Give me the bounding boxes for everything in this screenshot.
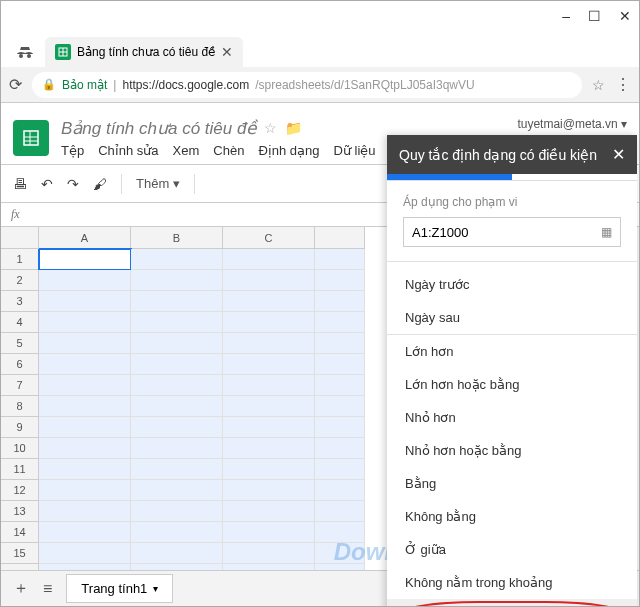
row-header[interactable]: 2 — [1, 270, 39, 291]
cell[interactable] — [39, 291, 131, 312]
column-header[interactable]: C — [223, 227, 315, 249]
cell[interactable] — [39, 333, 131, 354]
cell[interactable] — [39, 417, 131, 438]
paint-format-icon[interactable]: 🖌 — [93, 176, 107, 192]
cell[interactable] — [39, 438, 131, 459]
cell[interactable] — [315, 522, 365, 543]
cell[interactable] — [223, 333, 315, 354]
condition-option[interactable]: Ngày trước — [387, 268, 637, 301]
cell[interactable] — [131, 522, 223, 543]
cell[interactable] — [315, 270, 365, 291]
cell[interactable] — [223, 396, 315, 417]
condition-option[interactable]: Nhỏ hơn — [387, 401, 637, 434]
cell[interactable] — [223, 480, 315, 501]
cell[interactable] — [131, 291, 223, 312]
grid-picker-icon[interactable]: ▦ — [601, 225, 612, 239]
cell[interactable] — [223, 270, 315, 291]
print-icon[interactable]: 🖶 — [13, 176, 27, 192]
condition-option[interactable]: Không nằm trong khoảng — [387, 566, 637, 599]
all-sheets-icon[interactable]: ≡ — [43, 580, 52, 598]
row-header[interactable]: 11 — [1, 459, 39, 480]
row-header[interactable]: 10 — [1, 438, 39, 459]
cell[interactable] — [223, 522, 315, 543]
cell[interactable] — [131, 249, 223, 270]
cell[interactable] — [131, 312, 223, 333]
row-header[interactable]: 15 — [1, 543, 39, 564]
cell[interactable] — [39, 459, 131, 480]
row-header[interactable]: 13 — [1, 501, 39, 522]
cell[interactable] — [131, 333, 223, 354]
add-sheet-icon[interactable]: ＋ — [13, 578, 29, 599]
row-header[interactable]: 6 — [1, 354, 39, 375]
redo-icon[interactable]: ↷ — [67, 176, 79, 192]
browser-menu-icon[interactable]: ⋮ — [615, 75, 631, 94]
menu-edit[interactable]: Chỉnh sửa — [98, 143, 158, 158]
cell[interactable] — [131, 354, 223, 375]
row-header[interactable]: 3 — [1, 291, 39, 312]
panel-tab-active[interactable] — [387, 174, 512, 180]
row-header[interactable]: 14 — [1, 522, 39, 543]
reload-icon[interactable]: ⟳ — [9, 75, 22, 94]
menu-insert[interactable]: Chèn — [213, 143, 244, 158]
cell[interactable] — [131, 375, 223, 396]
row-header[interactable]: 4 — [1, 312, 39, 333]
menu-view[interactable]: Xem — [173, 143, 200, 158]
row-header[interactable]: 9 — [1, 417, 39, 438]
condition-option[interactable]: Công thức tùy chỉnh là — [387, 599, 637, 607]
cell[interactable] — [315, 249, 365, 270]
column-header[interactable]: B — [131, 227, 223, 249]
cell[interactable] — [223, 543, 315, 564]
more-button[interactable]: Thêm ▾ — [136, 176, 180, 191]
cell[interactable] — [131, 459, 223, 480]
cell[interactable] — [39, 354, 131, 375]
cell[interactable] — [39, 270, 131, 291]
row-header[interactable]: 8 — [1, 396, 39, 417]
menu-file[interactable]: Tệp — [61, 143, 84, 158]
tab-close-icon[interactable]: ✕ — [221, 44, 233, 60]
cell[interactable] — [131, 543, 223, 564]
menu-data[interactable]: Dữ liệu — [334, 143, 376, 158]
cell[interactable] — [315, 543, 365, 564]
cell[interactable] — [39, 543, 131, 564]
doc-title[interactable]: Bảng tính chưa có tiêu đề — [61, 118, 256, 139]
star-icon[interactable]: ☆ — [264, 120, 277, 136]
cell[interactable] — [131, 438, 223, 459]
cell[interactable] — [223, 291, 315, 312]
cell[interactable] — [315, 417, 365, 438]
row-header[interactable]: 1 — [1, 249, 39, 270]
panel-close-icon[interactable]: ✕ — [612, 145, 625, 164]
undo-icon[interactable]: ↶ — [41, 176, 53, 192]
column-header[interactable] — [315, 227, 365, 249]
condition-option[interactable]: Lớn hơn hoặc bằng — [387, 368, 637, 401]
row-header[interactable]: 7 — [1, 375, 39, 396]
cell[interactable] — [131, 501, 223, 522]
condition-option[interactable]: Lớn hơn — [387, 335, 637, 368]
cell[interactable] — [223, 375, 315, 396]
row-header[interactable]: 12 — [1, 480, 39, 501]
menu-format[interactable]: Định dạng — [258, 143, 319, 158]
cell[interactable] — [223, 438, 315, 459]
cell[interactable] — [223, 249, 315, 270]
cell[interactable] — [315, 291, 365, 312]
cell[interactable] — [39, 522, 131, 543]
range-input[interactable]: A1:Z1000 ▦ — [403, 217, 621, 247]
condition-option[interactable]: Không bằng — [387, 500, 637, 533]
cell[interactable] — [315, 354, 365, 375]
cell[interactable] — [315, 312, 365, 333]
cell[interactable] — [39, 396, 131, 417]
condition-option[interactable]: Bằng — [387, 467, 637, 500]
window-minimize[interactable]: – — [562, 8, 570, 24]
select-all-corner[interactable] — [1, 227, 39, 249]
cell[interactable] — [315, 396, 365, 417]
condition-option[interactable]: Ngày sau — [387, 301, 637, 334]
cell[interactable] — [315, 333, 365, 354]
cell[interactable] — [223, 354, 315, 375]
cell[interactable] — [315, 501, 365, 522]
cell[interactable] — [315, 438, 365, 459]
sheets-logo[interactable] — [13, 120, 49, 156]
window-maximize[interactable]: ☐ — [588, 8, 601, 24]
folder-icon[interactable]: 📁 — [285, 120, 302, 136]
cell[interactable] — [39, 375, 131, 396]
window-close[interactable]: ✕ — [619, 8, 631, 24]
cell[interactable] — [131, 396, 223, 417]
